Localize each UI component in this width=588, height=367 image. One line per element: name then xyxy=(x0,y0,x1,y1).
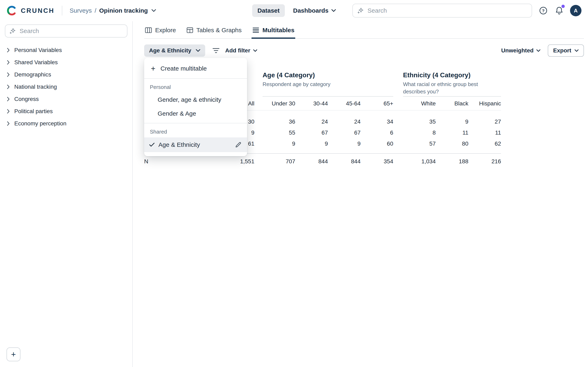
sidebar-item-national-tracking[interactable]: National tracking xyxy=(5,81,127,93)
chevron-right-icon xyxy=(7,48,10,52)
table-cell: 35 xyxy=(403,118,436,125)
column-group-ethnicity: Ethnicity (4 Category) What racial or et… xyxy=(403,71,501,97)
avatar[interactable]: A xyxy=(570,5,581,16)
table-cell: 8 xyxy=(403,129,436,136)
tab-tables-graphs[interactable]: Tables & Graphs xyxy=(186,25,242,38)
table-cell: 62 xyxy=(468,141,501,147)
sidebar-item-political-parties[interactable]: Political parties xyxy=(5,105,127,117)
add-filter-button[interactable]: Add filter xyxy=(225,47,257,54)
column-header: Under 30 xyxy=(263,100,295,107)
sidebar-item-label: National tracking xyxy=(14,83,57,90)
weighting-selector[interactable]: Unweighted xyxy=(501,47,541,54)
table-cell: 11 xyxy=(468,129,501,136)
sidebar-item-label: Economy perception xyxy=(14,120,66,127)
group-subtitle: Respondent age by category xyxy=(263,81,356,88)
chevron-right-icon xyxy=(7,60,10,65)
export-label: Export xyxy=(553,47,571,54)
menu-item-age-ethnicity[interactable]: Age & Ethnicity xyxy=(144,137,247,152)
n-row-label: N xyxy=(144,158,222,165)
chevron-down-icon xyxy=(575,49,579,52)
menu-divider xyxy=(144,123,247,123)
group-title: Age (4 Category) xyxy=(263,71,393,79)
table-cell: 9 xyxy=(295,141,328,147)
header-search-input[interactable] xyxy=(367,7,527,14)
header-search[interactable] xyxy=(352,4,532,17)
tab-explore[interactable]: Explore xyxy=(144,25,177,38)
sidebar-item-personal-variables[interactable]: Personal Variables xyxy=(5,44,127,56)
tab-label: Multitables xyxy=(263,26,295,34)
sidebar-search[interactable] xyxy=(5,25,127,38)
check-icon xyxy=(149,142,155,147)
sidebar-item-shared-variables[interactable]: Shared Variables xyxy=(5,56,127,68)
menu-item-gender-age[interactable]: Gender & Age xyxy=(144,107,247,120)
table-cell: 216 xyxy=(468,158,501,165)
table-cell: 844 xyxy=(328,158,361,165)
sidebar-item-label: Political parties xyxy=(14,108,53,115)
help-button[interactable]: ? xyxy=(538,6,548,16)
column-header: Black xyxy=(436,100,468,107)
breadcrumb-surveys[interactable]: Surveys xyxy=(70,7,92,14)
breadcrumb-separator: / xyxy=(95,7,96,14)
export-button[interactable]: Export xyxy=(548,44,584,57)
sidebar-item-label: Demographics xyxy=(14,71,51,78)
main-panel: Explore Tables & Graphs Multitables xyxy=(133,21,588,367)
sidebar-item-economy-perception[interactable]: Economy perception xyxy=(5,117,127,130)
table-cell: 36 xyxy=(263,118,295,125)
column-header: White xyxy=(403,100,436,107)
menu-item-label: Age & Ethnicity xyxy=(158,141,200,148)
table-cell: 27 xyxy=(468,118,501,125)
dashboards-label: Dashboards xyxy=(293,7,329,14)
table-cell: 24 xyxy=(295,118,328,125)
svg-text:?: ? xyxy=(542,8,545,13)
header-divider xyxy=(62,6,62,16)
menu-create-multitable[interactable]: + Create multitable xyxy=(144,61,247,76)
table-cell: 24 xyxy=(328,118,361,125)
notification-dot xyxy=(562,5,565,8)
chevron-down-icon xyxy=(196,49,200,52)
menu-item-gender-age-ethnicity[interactable]: Gender, age & ethnicity xyxy=(144,93,247,107)
ai-sparkle-icon xyxy=(9,28,16,34)
chevron-down-icon xyxy=(536,49,540,52)
weighting-label: Unweighted xyxy=(501,47,534,54)
table-cell: 67 xyxy=(295,129,328,136)
dashboards-button[interactable]: Dashboards xyxy=(293,7,336,14)
filter-icon[interactable] xyxy=(213,48,219,53)
tab-multitables[interactable]: Multitables xyxy=(251,25,295,38)
notifications-button[interactable] xyxy=(554,6,564,16)
add-variable-button[interactable]: + xyxy=(7,347,20,361)
table-cell: 55 xyxy=(263,129,295,136)
table-cell: 60 xyxy=(361,141,393,147)
table-cell: 354 xyxy=(361,158,393,165)
sidebar-item-congress[interactable]: Congress xyxy=(5,93,127,105)
top-header: CRUNCH Surveys / Opinion tracking Datase… xyxy=(0,0,588,21)
menu-section-shared: Shared xyxy=(144,126,247,137)
breadcrumb-current-dataset[interactable]: Opinion tracking xyxy=(99,7,148,14)
table-cell: 844 xyxy=(295,158,328,165)
explore-icon xyxy=(145,27,152,33)
edit-pencil-icon[interactable] xyxy=(235,142,241,148)
chevron-down-icon xyxy=(331,9,336,12)
table-cell: 9 xyxy=(436,118,468,125)
column-header: 65+ xyxy=(361,100,393,107)
table-cell: 707 xyxy=(263,158,295,165)
chevron-down-icon[interactable] xyxy=(151,9,156,12)
dataset-button[interactable]: Dataset xyxy=(252,4,285,17)
table-cell: 188 xyxy=(436,158,468,165)
crunch-logo-icon xyxy=(7,5,17,16)
tab-label: Explore xyxy=(155,26,176,34)
column-header: 45-64 xyxy=(328,100,361,107)
table-cell: 57 xyxy=(403,141,436,147)
sidebar-item-demographics[interactable]: Demographics xyxy=(5,68,127,81)
plus-icon: + xyxy=(150,65,156,72)
table-cell: 34 xyxy=(361,118,393,125)
crunch-logo[interactable]: CRUNCH xyxy=(7,5,54,16)
chevron-right-icon xyxy=(7,121,10,126)
multitable-selector-button[interactable]: Age & Ethnicity xyxy=(144,44,205,57)
add-filter-label: Add filter xyxy=(225,47,250,54)
sidebar-search-input[interactable] xyxy=(20,27,123,34)
table-cell: 9 xyxy=(263,141,295,147)
table-cell: 6 xyxy=(361,129,393,136)
group-subtitle: What racial or ethnic group best describ… xyxy=(403,81,497,95)
view-tabs: Explore Tables & Graphs Multitables xyxy=(144,21,584,39)
table-cell: 67 xyxy=(328,129,361,136)
